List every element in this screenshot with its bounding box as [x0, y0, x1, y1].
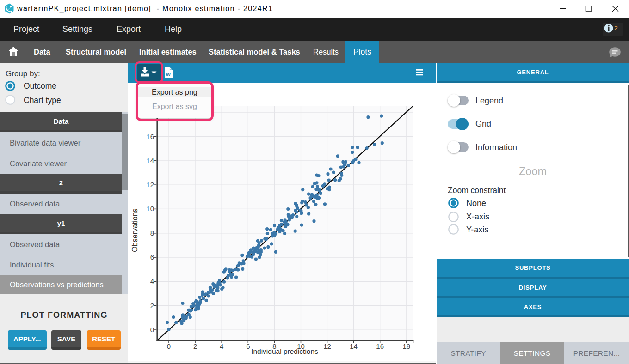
svg-text:8: 8 [150, 229, 154, 237]
svg-text:2: 2 [150, 302, 154, 309]
svg-text:4: 4 [220, 342, 223, 350]
svg-text:14: 14 [350, 342, 358, 350]
svg-text:w: w [166, 71, 171, 78]
svg-text:6: 6 [150, 253, 154, 261]
svg-text:Observations: Observations [131, 208, 139, 252]
svg-text:12: 12 [323, 342, 331, 350]
svg-text:4: 4 [150, 277, 154, 285]
svg-text:10: 10 [146, 205, 154, 212]
svg-text:Individual predictions: Individual predictions [251, 347, 318, 355]
svg-text:16: 16 [376, 342, 384, 350]
svg-text:6: 6 [246, 342, 250, 350]
svg-text:16: 16 [146, 133, 154, 140]
svg-text:18: 18 [402, 342, 410, 350]
svg-text:12: 12 [146, 181, 154, 188]
svg-text:14: 14 [146, 157, 154, 164]
svg-text:0: 0 [150, 326, 154, 334]
svg-text:2: 2 [193, 342, 197, 350]
svg-text:2: 2 [614, 24, 618, 32]
svg-text:0: 0 [167, 342, 171, 350]
